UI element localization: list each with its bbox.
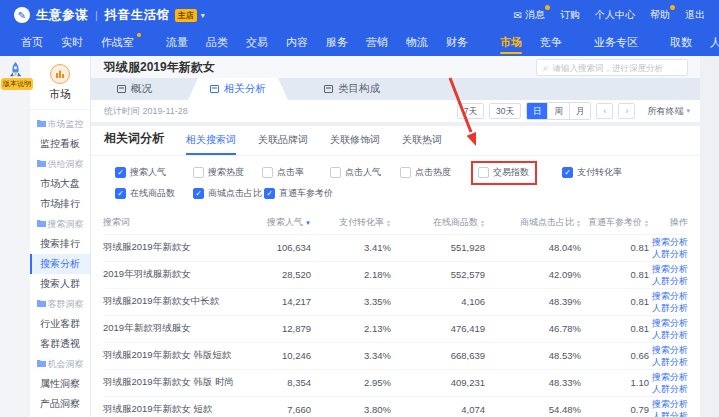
nav-item[interactable]: 作战室: [92, 30, 143, 56]
topbar-link[interactable]: 个人中心: [595, 8, 635, 22]
crowd-analysis-link[interactable]: 人群分析: [649, 356, 688, 368]
crowd-analysis-link[interactable]: 人群分析: [649, 329, 688, 341]
metric-checkbox[interactable]: ✓直通车参考价: [264, 187, 333, 200]
nav-item[interactable]: 物流: [397, 30, 437, 56]
nav-item[interactable]: 营销: [357, 30, 397, 56]
menu-item[interactable]: 行业客群: [30, 314, 90, 334]
tab[interactable]: 类目构成: [306, 78, 398, 100]
metric-checkbox[interactable]: 搜索热度: [193, 166, 262, 179]
metric-checkbox[interactable]: ✓商城点击占比: [193, 187, 264, 200]
sort-icon[interactable]: ▲▼: [386, 219, 391, 227]
checkbox-unchecked[interactable]: [193, 167, 204, 178]
column-header[interactable]: 支付转化率▲▼: [311, 212, 391, 234]
search-analysis-link[interactable]: 搜索分析: [649, 344, 688, 356]
tab-icon: [117, 85, 126, 93]
nav-item[interactable]: 流量: [157, 30, 197, 56]
search-analysis-link[interactable]: 搜索分析: [649, 290, 688, 302]
search-analysis-link[interactable]: 搜索分析: [649, 236, 688, 248]
menu-item[interactable]: 市场大盘: [30, 174, 90, 194]
metric-checkbox[interactable]: ✓搜索人气: [115, 166, 193, 179]
subtab[interactable]: 关联热词: [402, 133, 442, 155]
column-header[interactable]: 直通车参考价▲▼: [581, 212, 649, 234]
menu-group-label: 市场监控: [48, 114, 84, 134]
checkbox-unchecked[interactable]: [478, 167, 489, 178]
prev-button[interactable]: ‹: [596, 103, 613, 119]
checkbox-checked[interactable]: ✓: [115, 188, 126, 199]
rocket-icon[interactable]: [8, 62, 23, 79]
crowd-analysis-link[interactable]: 人群分析: [649, 248, 688, 260]
search-input[interactable]: [553, 63, 681, 73]
search-analysis-link[interactable]: 搜索分析: [649, 371, 688, 383]
sort-desc-icon[interactable]: ▼: [305, 220, 311, 226]
menu-item[interactable]: 监控看板: [30, 134, 90, 154]
column-header[interactable]: 商城点击占比▲▼: [485, 212, 581, 234]
search-analysis-link[interactable]: 搜索分析: [649, 263, 688, 275]
column-header[interactable]: 搜索人气▼: [243, 212, 311, 234]
metric-transaction-index[interactable]: 交易指数: [478, 166, 562, 179]
nav-item[interactable]: 品类: [197, 30, 237, 56]
menu-item[interactable]: 市场排行: [30, 194, 90, 214]
checkbox-checked[interactable]: ✓: [115, 167, 126, 178]
granularity-button[interactable]: 日: [527, 103, 548, 119]
menu-item[interactable]: 搜索人群: [30, 274, 90, 294]
tab[interactable]: 相关分析: [188, 78, 288, 100]
sort-icon[interactable]: ▲▼: [480, 219, 485, 227]
nav-item[interactable]: 服务: [317, 30, 357, 56]
nav-item[interactable]: 首页: [12, 30, 52, 56]
metric-checkbox[interactable]: 点击率: [262, 166, 330, 179]
sort-icon[interactable]: ▲▼: [644, 219, 649, 227]
nav-item[interactable]: 实时: [52, 30, 92, 56]
metric-checkbox[interactable]: 点击热度: [400, 166, 478, 179]
crowd-analysis-link[interactable]: 人群分析: [649, 410, 688, 417]
nav-item[interactable]: 交易: [237, 30, 277, 56]
tab[interactable]: 概况: [99, 78, 170, 100]
checkbox-checked[interactable]: ✓: [193, 188, 204, 199]
store-name[interactable]: 抖音生活馆: [105, 7, 170, 24]
nav-item[interactable]: 内容: [277, 30, 317, 56]
metric-checkbox[interactable]: ✓支付转化率: [562, 166, 622, 179]
sort-icon[interactable]: ▲▼: [576, 219, 581, 227]
search-box[interactable]: ⌕: [536, 59, 688, 76]
menu-item[interactable]: 搜索排行: [30, 234, 90, 254]
metric-checkbox[interactable]: ✓在线商品数: [115, 187, 193, 200]
topbar-link[interactable]: ✉消息: [514, 8, 545, 22]
checkbox-unchecked[interactable]: [330, 167, 341, 178]
topbar-link[interactable]: 退出: [685, 8, 705, 22]
nav-item[interactable]: 业务专区: [585, 30, 647, 56]
search-analysis-link[interactable]: 搜索分析: [649, 317, 688, 329]
version-badge[interactable]: 版本说明: [1, 78, 33, 90]
range-button[interactable]: 30天: [489, 103, 521, 119]
granularity-button[interactable]: 月: [569, 103, 591, 119]
crowd-analysis-link[interactable]: 人群分析: [649, 383, 688, 395]
checkbox-unchecked[interactable]: [262, 167, 273, 178]
subtab[interactable]: 关联品牌词: [258, 133, 308, 155]
menu-item[interactable]: 产品洞察: [30, 394, 90, 414]
action-cell: 搜索分析人群分析: [649, 288, 688, 315]
column-header[interactable]: 在线商品数▲▼: [391, 212, 485, 234]
chevron-down-icon[interactable]: ▾: [201, 11, 205, 20]
stat-time: 统计时间 2019-11-28: [104, 105, 188, 118]
menu-item[interactable]: 客群透视: [30, 334, 90, 354]
menu-item[interactable]: 搜索分析: [30, 254, 90, 274]
subtab[interactable]: 关联修饰词: [330, 133, 380, 155]
crowd-analysis-link[interactable]: 人群分析: [649, 302, 688, 314]
range-button[interactable]: 7天: [457, 103, 484, 119]
checkbox-unchecked[interactable]: [400, 167, 411, 178]
nav-item[interactable]: 竞争: [531, 30, 571, 56]
topbar-link[interactable]: 订购: [560, 8, 580, 22]
metric-checkbox[interactable]: 点击人气: [330, 166, 400, 179]
granularity-button[interactable]: 周: [547, 103, 569, 119]
crowd-analysis-link[interactable]: 人群分析: [649, 275, 688, 287]
nav-item[interactable]: 取数: [661, 30, 701, 56]
nav-item[interactable]: 人群管理: [701, 30, 719, 56]
next-button[interactable]: ›: [618, 103, 635, 119]
search-analysis-link[interactable]: 搜索分析: [649, 398, 688, 410]
checkbox-checked[interactable]: ✓: [562, 167, 573, 178]
checkbox-checked[interactable]: ✓: [264, 188, 275, 199]
nav-item[interactable]: 市场: [491, 30, 531, 56]
nav-item[interactable]: 财务: [437, 30, 477, 56]
menu-item[interactable]: 属性洞察: [30, 374, 90, 394]
terminal-filter[interactable]: 所有终端 ▾: [647, 105, 690, 118]
topbar-link[interactable]: 帮助: [650, 8, 670, 22]
subtab[interactable]: 相关搜索词: [186, 133, 236, 155]
